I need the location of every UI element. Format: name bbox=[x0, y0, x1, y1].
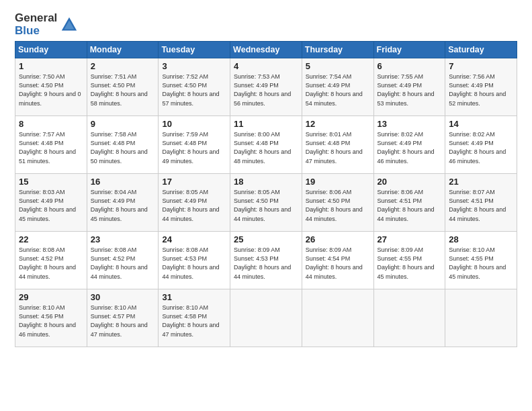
day-cell: 17 Sunrise: 8:05 AMSunset: 4:49 PMDaylig… bbox=[159, 174, 230, 232]
day-number: 22 bbox=[19, 234, 83, 244]
day-number: 26 bbox=[306, 234, 370, 244]
week-row-5: 29 Sunrise: 8:10 AMSunset: 4:56 PMDaylig… bbox=[15, 289, 517, 347]
day-cell: 4 Sunrise: 7:53 AMSunset: 4:49 PMDayligh… bbox=[230, 58, 302, 116]
day-detail: Sunrise: 8:02 AMSunset: 4:49 PMDaylight:… bbox=[378, 130, 442, 165]
day-cell: 22 Sunrise: 8:08 AMSunset: 4:52 PMDaylig… bbox=[15, 232, 87, 289]
page: General Blue SundayMondayTuesdayWednesda… bbox=[0, 0, 532, 411]
weekday-header-tuesday: Tuesday bbox=[159, 42, 230, 58]
calendar: SundayMondayTuesdayWednesdayThursdayFrid… bbox=[15, 41, 517, 347]
logo-area: General Blue bbox=[15, 12, 79, 37]
day-number: 24 bbox=[162, 234, 226, 244]
day-detail: Sunrise: 8:09 AMSunset: 4:53 PMDaylight:… bbox=[234, 246, 298, 281]
day-cell: 31 Sunrise: 8:10 AMSunset: 4:58 PMDaylig… bbox=[159, 289, 230, 347]
week-row-2: 8 Sunrise: 7:57 AMSunset: 4:48 PMDayligh… bbox=[15, 116, 517, 174]
day-number: 11 bbox=[234, 119, 298, 129]
day-cell: 24 Sunrise: 8:08 AMSunset: 4:53 PMDaylig… bbox=[159, 232, 230, 289]
day-cell: 7 Sunrise: 7:56 AMSunset: 4:49 PMDayligh… bbox=[445, 58, 517, 116]
day-detail: Sunrise: 8:07 AMSunset: 4:51 PMDaylight:… bbox=[449, 188, 513, 223]
day-cell: 29 Sunrise: 8:10 AMSunset: 4:56 PMDaylig… bbox=[15, 289, 87, 347]
day-number: 12 bbox=[306, 119, 370, 129]
day-number: 25 bbox=[234, 234, 298, 244]
day-cell: 26 Sunrise: 8:09 AMSunset: 4:54 PMDaylig… bbox=[302, 232, 373, 289]
day-number: 18 bbox=[234, 177, 298, 187]
logo-blue-text: Blue bbox=[15, 25, 57, 38]
day-number: 4 bbox=[234, 61, 298, 71]
day-cell: 21 Sunrise: 8:07 AMSunset: 4:51 PMDaylig… bbox=[445, 174, 517, 232]
calendar-header: SundayMondayTuesdayWednesdayThursdayFrid… bbox=[15, 42, 517, 58]
day-detail: Sunrise: 8:01 AMSunset: 4:48 PMDaylight:… bbox=[306, 130, 370, 165]
day-cell: 3 Sunrise: 7:52 AMSunset: 4:50 PMDayligh… bbox=[159, 58, 230, 116]
weekday-header-friday: Friday bbox=[373, 42, 445, 58]
day-number: 8 bbox=[19, 119, 83, 129]
week-row-3: 15 Sunrise: 8:03 AMSunset: 4:49 PMDaylig… bbox=[15, 174, 517, 232]
weekday-header-saturday: Saturday bbox=[445, 42, 517, 58]
day-detail: Sunrise: 7:52 AMSunset: 4:50 PMDaylight:… bbox=[162, 73, 226, 107]
day-number: 28 bbox=[449, 234, 513, 244]
week-row-4: 22 Sunrise: 8:08 AMSunset: 4:52 PMDaylig… bbox=[15, 232, 517, 289]
day-number: 16 bbox=[91, 177, 155, 187]
weekday-header-wednesday: Wednesday bbox=[230, 42, 302, 58]
day-number: 30 bbox=[91, 292, 155, 302]
day-detail: Sunrise: 8:10 AMSunset: 4:56 PMDaylight:… bbox=[19, 304, 83, 338]
day-cell: 2 Sunrise: 7:51 AMSunset: 4:50 PMDayligh… bbox=[87, 58, 159, 116]
day-cell bbox=[445, 289, 517, 347]
day-number: 14 bbox=[449, 119, 513, 129]
day-number: 21 bbox=[449, 177, 513, 187]
day-detail: Sunrise: 7:53 AMSunset: 4:49 PMDaylight:… bbox=[234, 73, 298, 107]
day-number: 27 bbox=[378, 234, 442, 244]
day-cell: 19 Sunrise: 8:06 AMSunset: 4:50 PMDaylig… bbox=[302, 174, 373, 232]
day-cell bbox=[373, 289, 445, 347]
day-detail: Sunrise: 8:09 AMSunset: 4:55 PMDaylight:… bbox=[378, 246, 442, 281]
day-detail: Sunrise: 7:57 AMSunset: 4:48 PMDaylight:… bbox=[19, 130, 83, 165]
day-cell: 5 Sunrise: 7:54 AMSunset: 4:49 PMDayligh… bbox=[302, 58, 373, 116]
day-detail: Sunrise: 8:10 AMSunset: 4:57 PMDaylight:… bbox=[91, 304, 155, 338]
day-cell: 27 Sunrise: 8:09 AMSunset: 4:55 PMDaylig… bbox=[373, 232, 445, 289]
weekday-header-thursday: Thursday bbox=[302, 42, 373, 58]
day-detail: Sunrise: 8:08 AMSunset: 4:53 PMDaylight:… bbox=[162, 246, 226, 281]
day-cell: 8 Sunrise: 7:57 AMSunset: 4:48 PMDayligh… bbox=[15, 116, 87, 174]
day-cell: 25 Sunrise: 8:09 AMSunset: 4:53 PMDaylig… bbox=[230, 232, 302, 289]
day-cell: 23 Sunrise: 8:08 AMSunset: 4:52 PMDaylig… bbox=[87, 232, 159, 289]
day-detail: Sunrise: 8:06 AMSunset: 4:51 PMDaylight:… bbox=[378, 188, 442, 223]
day-detail: Sunrise: 7:55 AMSunset: 4:49 PMDaylight:… bbox=[378, 73, 442, 107]
weekday-header-monday: Monday bbox=[87, 42, 159, 58]
day-cell bbox=[302, 289, 373, 347]
day-number: 23 bbox=[91, 234, 155, 244]
day-cell: 14 Sunrise: 8:02 AMSunset: 4:49 PMDaylig… bbox=[445, 116, 517, 174]
day-detail: Sunrise: 7:59 AMSunset: 4:48 PMDaylight:… bbox=[162, 130, 226, 165]
day-cell: 1 Sunrise: 7:50 AMSunset: 4:50 PMDayligh… bbox=[15, 58, 87, 116]
calendar-body: 1 Sunrise: 7:50 AMSunset: 4:50 PMDayligh… bbox=[15, 58, 517, 347]
day-detail: Sunrise: 8:00 AMSunset: 4:48 PMDaylight:… bbox=[234, 130, 298, 165]
day-detail: Sunrise: 7:51 AMSunset: 4:50 PMDaylight:… bbox=[91, 73, 155, 107]
day-number: 20 bbox=[378, 177, 442, 187]
day-cell: 6 Sunrise: 7:55 AMSunset: 4:49 PMDayligh… bbox=[373, 58, 445, 116]
day-detail: Sunrise: 8:05 AMSunset: 4:50 PMDaylight:… bbox=[234, 188, 298, 223]
day-detail: Sunrise: 8:09 AMSunset: 4:54 PMDaylight:… bbox=[306, 246, 370, 281]
day-number: 2 bbox=[91, 61, 155, 71]
day-cell: 10 Sunrise: 7:59 AMSunset: 4:48 PMDaylig… bbox=[159, 116, 230, 174]
day-number: 7 bbox=[449, 61, 513, 71]
weekday-row: SundayMondayTuesdayWednesdayThursdayFrid… bbox=[15, 42, 517, 58]
day-detail: Sunrise: 8:10 AMSunset: 4:55 PMDaylight:… bbox=[449, 246, 513, 281]
day-detail: Sunrise: 7:50 AMSunset: 4:50 PMDaylight:… bbox=[19, 73, 83, 107]
day-cell: 11 Sunrise: 8:00 AMSunset: 4:48 PMDaylig… bbox=[230, 116, 302, 174]
day-number: 13 bbox=[378, 119, 442, 129]
day-cell: 13 Sunrise: 8:02 AMSunset: 4:49 PMDaylig… bbox=[373, 116, 445, 174]
day-cell bbox=[230, 289, 302, 347]
day-detail: Sunrise: 7:58 AMSunset: 4:48 PMDaylight:… bbox=[91, 130, 155, 165]
day-detail: Sunrise: 8:04 AMSunset: 4:49 PMDaylight:… bbox=[91, 188, 155, 223]
day-number: 17 bbox=[162, 177, 226, 187]
day-detail: Sunrise: 8:10 AMSunset: 4:58 PMDaylight:… bbox=[162, 304, 226, 338]
day-number: 5 bbox=[306, 61, 370, 71]
day-detail: Sunrise: 8:05 AMSunset: 4:49 PMDaylight:… bbox=[162, 188, 226, 223]
header: General Blue bbox=[15, 12, 517, 37]
day-number: 3 bbox=[162, 61, 226, 71]
day-cell: 30 Sunrise: 8:10 AMSunset: 4:57 PMDaylig… bbox=[87, 289, 159, 347]
day-cell: 12 Sunrise: 8:01 AMSunset: 4:48 PMDaylig… bbox=[302, 116, 373, 174]
day-number: 9 bbox=[91, 119, 155, 129]
day-detail: Sunrise: 7:56 AMSunset: 4:49 PMDaylight:… bbox=[449, 73, 513, 107]
day-number: 31 bbox=[162, 292, 226, 302]
day-detail: Sunrise: 8:02 AMSunset: 4:49 PMDaylight:… bbox=[449, 130, 513, 165]
day-number: 6 bbox=[378, 61, 442, 71]
day-cell: 9 Sunrise: 7:58 AMSunset: 4:48 PMDayligh… bbox=[87, 116, 159, 174]
